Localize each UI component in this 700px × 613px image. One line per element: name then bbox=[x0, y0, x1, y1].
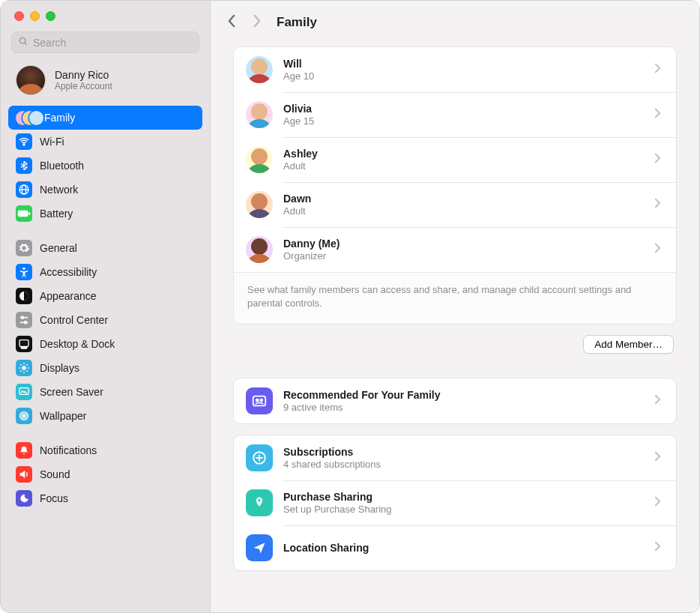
sidebar-item-desktop-dock[interactable]: Desktop & Dock bbox=[8, 332, 202, 356]
member-avatar bbox=[246, 101, 273, 128]
minimize-window-button[interactable] bbox=[30, 11, 40, 21]
wifi-icon bbox=[16, 133, 32, 150]
sharing-card: Subscriptions 4 shared subscriptions Pur… bbox=[233, 435, 677, 571]
family-member-row[interactable]: OliviaAge 15 bbox=[234, 92, 676, 137]
chevron-right-icon bbox=[654, 198, 664, 211]
svg-line-23 bbox=[26, 364, 27, 365]
sidebar-item-network[interactable]: Network bbox=[8, 178, 202, 202]
window-controls bbox=[1, 1, 210, 25]
close-window-button[interactable] bbox=[14, 11, 24, 21]
chevron-right-icon bbox=[654, 541, 664, 555]
sidebar-item-label: Screen Saver bbox=[40, 386, 103, 398]
network-icon bbox=[16, 181, 32, 198]
family-member-row[interactable]: DawnAdult bbox=[234, 182, 676, 227]
sidebar-item-control-center[interactable]: Control Center bbox=[8, 308, 202, 332]
svg-rect-28 bbox=[253, 396, 266, 406]
sidebar-item-label: Wi-Fi bbox=[40, 136, 64, 148]
sidebar-item-appearance[interactable]: Appearance bbox=[8, 284, 202, 308]
svg-line-24 bbox=[20, 370, 21, 371]
member-sub: Age 15 bbox=[283, 115, 644, 127]
displays-icon bbox=[16, 360, 32, 376]
focus-icon bbox=[16, 490, 32, 507]
sidebar-item-sound[interactable]: Sound bbox=[8, 462, 202, 486]
sidebar-item-bluetooth[interactable]: Bluetooth bbox=[8, 154, 202, 178]
sidebar-item-label: Appearance bbox=[40, 290, 97, 302]
search-input[interactable] bbox=[33, 37, 193, 49]
sidebar-item-label: Network bbox=[40, 184, 78, 196]
battery-icon bbox=[16, 205, 32, 222]
nav-back-button[interactable] bbox=[227, 14, 237, 30]
member-name: Will bbox=[283, 58, 644, 70]
gear-icon bbox=[16, 240, 32, 256]
family-member-row[interactable]: WillAge 10 bbox=[234, 47, 676, 92]
svg-point-8 bbox=[22, 268, 25, 270]
purchase-sharing-sub: Set up Purchase Sharing bbox=[283, 504, 644, 515]
sidebar-item-label: Displays bbox=[40, 362, 79, 374]
subscriptions-sub: 4 shared subscriptions bbox=[283, 459, 644, 470]
svg-line-22 bbox=[26, 370, 27, 371]
svg-point-16 bbox=[22, 366, 25, 369]
sidebar-item-label: Bluetooth bbox=[40, 160, 84, 172]
main-panel: Family WillAge 10OliviaAge 15AshleyAdult… bbox=[211, 1, 699, 612]
account-row[interactable]: Danny Rico Apple Account bbox=[1, 61, 210, 106]
svg-point-13 bbox=[25, 321, 27, 324]
member-avatar bbox=[246, 146, 273, 173]
family-members-card: WillAge 10OliviaAge 15AshleyAdultDawnAdu… bbox=[233, 46, 677, 324]
sidebar-item-family[interactable]: Family bbox=[8, 106, 202, 130]
svg-point-2 bbox=[23, 144, 25, 145]
recommended-card[interactable]: Recommended For Your Family 9 active ite… bbox=[233, 378, 677, 424]
bluetooth-icon bbox=[16, 157, 32, 174]
appearance-icon bbox=[16, 288, 32, 304]
family-member-row[interactable]: Danny (Me)Organizer bbox=[234, 227, 676, 272]
svg-rect-15 bbox=[21, 347, 27, 348]
member-avatar bbox=[246, 56, 273, 83]
member-sub: Adult bbox=[283, 160, 644, 172]
sound-icon bbox=[16, 466, 32, 483]
svg-point-27 bbox=[22, 414, 25, 417]
sidebar-item-general[interactable]: General bbox=[8, 236, 202, 260]
location-sharing-icon bbox=[246, 534, 273, 561]
account-name: Danny Rico bbox=[55, 69, 112, 82]
purchase-sharing-row[interactable]: Purchase Sharing Set up Purchase Sharing bbox=[234, 480, 676, 525]
sidebar-item-notifications[interactable]: Notifications bbox=[8, 438, 202, 462]
chevron-right-icon bbox=[654, 63, 664, 76]
svg-point-30 bbox=[260, 399, 262, 402]
fullscreen-window-button[interactable] bbox=[46, 11, 55, 21]
subscriptions-title: Subscriptions bbox=[283, 446, 644, 459]
sidebar-item-displays[interactable]: Displays bbox=[8, 356, 202, 380]
page-title: Family bbox=[277, 15, 317, 30]
family-member-row[interactable]: AshleyAdult bbox=[234, 137, 676, 182]
nav-forward-button bbox=[252, 14, 262, 30]
svg-line-1 bbox=[25, 43, 27, 45]
sidebar-item-label: Desktop & Dock bbox=[40, 338, 115, 350]
sidebar-item-accessibility[interactable]: Accessibility bbox=[8, 260, 202, 284]
chevron-right-icon bbox=[654, 394, 664, 408]
recommended-icon bbox=[246, 387, 273, 414]
accessibility-icon bbox=[16, 264, 32, 280]
location-sharing-row[interactable]: Location Sharing bbox=[234, 525, 676, 570]
svg-point-29 bbox=[256, 399, 259, 402]
member-name: Danny (Me) bbox=[283, 238, 644, 250]
svg-point-34 bbox=[258, 499, 260, 501]
screensaver-icon bbox=[16, 384, 32, 400]
subscriptions-row[interactable]: Subscriptions 4 shared subscriptions bbox=[234, 435, 676, 480]
search-field[interactable] bbox=[11, 31, 199, 53]
svg-rect-6 bbox=[18, 211, 28, 217]
add-member-button[interactable]: Add Member… bbox=[583, 335, 674, 354]
chevron-right-icon bbox=[654, 243, 664, 256]
account-avatar bbox=[16, 65, 46, 95]
sidebar-item-label: General bbox=[40, 242, 77, 254]
location-sharing-title: Location Sharing bbox=[283, 542, 644, 555]
purchase-sharing-title: Purchase Sharing bbox=[283, 491, 644, 504]
sidebar-item-focus[interactable]: Focus bbox=[8, 486, 202, 510]
member-name: Ashley bbox=[283, 148, 644, 160]
recommended-title: Recommended For Your Family bbox=[283, 389, 644, 402]
svg-rect-7 bbox=[28, 212, 30, 215]
settings-window: Danny Rico Apple Account Family Wi-FiBlu… bbox=[0, 0, 700, 613]
sidebar-item-label: Focus bbox=[40, 492, 68, 504]
sidebar-item-battery[interactable]: Battery bbox=[8, 202, 202, 226]
sidebar-item-wi-fi[interactable]: Wi-Fi bbox=[8, 130, 202, 154]
sidebar-item-label: Accessibility bbox=[40, 266, 97, 278]
sidebar-item-wallpaper[interactable]: Wallpaper bbox=[8, 404, 202, 428]
sidebar-item-screen-saver[interactable]: Screen Saver bbox=[8, 380, 202, 404]
